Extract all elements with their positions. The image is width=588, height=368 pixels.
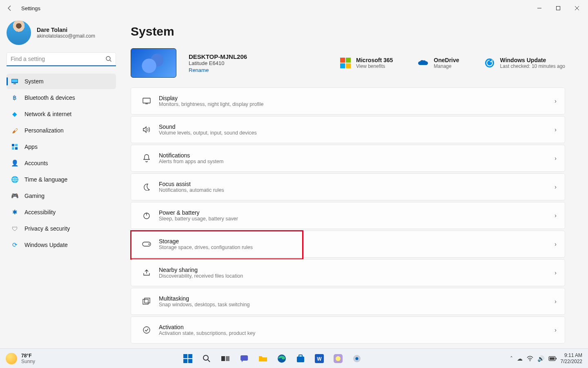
search-input[interactable]	[7, 52, 116, 66]
svg-rect-19	[226, 356, 229, 361]
card-sub: Activation state, subscriptions, product…	[159, 330, 555, 336]
svg-rect-5	[12, 144, 14, 146]
taskbar-start[interactable]	[180, 350, 196, 367]
rename-link[interactable]: Rename	[189, 67, 209, 73]
card-title: Notifications	[159, 152, 555, 159]
taskbar-store[interactable]	[292, 350, 309, 367]
svg-text:W: W	[317, 356, 322, 362]
svg-point-1	[106, 56, 110, 61]
svg-point-27	[336, 356, 341, 361]
battery-tray-icon[interactable]	[548, 356, 557, 361]
card-title: Nearby sharing	[159, 267, 555, 273]
svg-rect-23	[299, 355, 302, 357]
card-display[interactable]: DisplayMonitors, brightness, night light…	[131, 88, 565, 114]
card-title: Sound	[159, 123, 555, 130]
taskbar-search[interactable]	[198, 350, 215, 367]
user-profile[interactable]: Dare Tolani akinolatolasco@gmail.com	[7, 20, 116, 45]
card-title: Display	[159, 95, 555, 101]
wifi-tray-icon[interactable]	[527, 356, 533, 361]
minimize-icon	[537, 6, 542, 11]
service-microsoft-365[interactable]: Microsoft 365View benefits	[340, 57, 393, 69]
search-box[interactable]	[7, 52, 116, 66]
clock-date: 7/22/2022	[561, 359, 582, 365]
power-icon	[139, 212, 154, 219]
sidebar-item-privacy[interactable]: 🛡Privacy & security	[7, 221, 116, 236]
desktop-wallpaper-thumb	[131, 48, 176, 78]
taskbar-weather[interactable]: 78°F Sunny	[0, 353, 35, 364]
update-icon: ⟳	[11, 241, 19, 249]
storage-icon	[139, 242, 154, 247]
card-sub: Monitors, brightness, night light, displ…	[159, 101, 555, 107]
service-sub: Manage	[434, 63, 459, 69]
sidebar-item-system[interactable]: System	[7, 74, 116, 89]
svg-rect-0	[557, 7, 560, 10]
card-storage[interactable]: StorageStorage space, drives, configurat…	[131, 231, 565, 258]
card-title: Multitasking	[159, 295, 555, 302]
service-onedrive[interactable]: OneDriveManage	[417, 57, 459, 69]
service-title: OneDrive	[434, 57, 459, 63]
taskbar-task-view[interactable]	[217, 350, 234, 367]
card-activation[interactable]: ActivationActivation state, subscription…	[131, 316, 565, 343]
volume-tray-icon[interactable]: 🔊	[537, 355, 544, 362]
sidebar-item-accounts[interactable]: 👤Accounts	[7, 155, 116, 171]
multitask-icon	[139, 298, 154, 305]
chevron-right-icon: ›	[555, 155, 557, 162]
sidebar-item-gaming[interactable]: 🎮Gaming	[7, 188, 116, 204]
back-button[interactable]	[2, 5, 18, 11]
sidebar-item-bluetooth[interactable]: ฿Bluetooth & devices	[7, 90, 116, 105]
search-icon	[105, 56, 112, 62]
folder-icon	[258, 355, 267, 362]
taskbar-clock[interactable]: 9:11 AM 7/22/2022	[561, 352, 582, 365]
onedrive-tray-icon[interactable]: ☁	[517, 355, 523, 362]
system-tray[interactable]: ˄ ☁ 🔊	[510, 355, 557, 362]
gamepad-icon: 🎮	[11, 192, 19, 200]
maximize-button[interactable]	[549, 2, 568, 15]
svg-rect-3	[12, 79, 18, 82]
brush-icon: 🖌	[11, 127, 19, 134]
card-focus-assist[interactable]: Focus assistNotifications, automatic rul…	[131, 173, 565, 200]
card-nearby-sharing[interactable]: Nearby sharingDiscoverability, received …	[131, 259, 565, 286]
apps-icon	[11, 144, 19, 150]
taskbar-file-explorer[interactable]	[255, 350, 271, 367]
gear-icon	[352, 354, 361, 363]
taskbar-app1[interactable]	[330, 350, 346, 367]
taskbar-word[interactable]: W	[311, 350, 327, 367]
taskbar-chat[interactable]	[236, 350, 252, 367]
clock-time: 9:11 AM	[561, 352, 582, 359]
store-icon	[296, 355, 305, 363]
card-multitasking[interactable]: MultitaskingSnap windows, desktops, task…	[131, 288, 565, 315]
svg-rect-32	[556, 358, 557, 359]
card-notifications[interactable]: NotificationsAlerts from apps and system…	[131, 145, 565, 172]
service-sub: View benefits	[356, 63, 393, 69]
weather-temp: 78°F	[21, 353, 35, 359]
chevron-up-icon[interactable]: ˄	[510, 355, 513, 362]
close-button[interactable]	[568, 2, 586, 15]
service-windows-update[interactable]: Windows UpdateLast checked: 10 minutes a…	[484, 57, 565, 69]
svg-rect-20	[241, 355, 248, 361]
sidebar-item-apps[interactable]: Apps	[7, 139, 116, 155]
taskbar-edge[interactable]	[274, 350, 290, 367]
svg-rect-7	[12, 147, 14, 150]
card-sub: Sleep, battery usage, battery saver	[159, 216, 555, 222]
nav-label: Privacy & security	[24, 225, 70, 232]
card-title: Activation	[159, 324, 555, 330]
card-sound[interactable]: SoundVolume levels, output, input, sound…	[131, 116, 565, 143]
moon-icon	[139, 183, 154, 191]
bluetooth-icon: ฿	[11, 94, 19, 101]
device-model: Latitude E6410	[189, 60, 247, 66]
sidebar-item-time-language[interactable]: 🌐Time & language	[7, 172, 116, 187]
sidebar-item-network[interactable]: ◆Network & internet	[7, 106, 116, 122]
taskbar-settings[interactable]	[349, 350, 365, 367]
nav-label: Time & language	[24, 176, 67, 183]
minimize-button[interactable]	[530, 2, 549, 15]
device-name: DESKTOP-MJNL206	[189, 53, 247, 60]
sidebar-item-personalization[interactable]: 🖌Personalization	[7, 123, 116, 138]
globe-clock-icon: 🌐	[11, 176, 19, 183]
sun-icon	[6, 353, 17, 364]
nav-label: Windows Update	[24, 242, 68, 248]
sidebar-item-accessibility[interactable]: ✱Accessibility	[7, 204, 116, 220]
monitor-icon	[11, 79, 19, 84]
service-sub: Last checked: 10 minutes ago	[500, 63, 565, 69]
card-power-battery[interactable]: Power & batterySleep, battery usage, bat…	[131, 202, 565, 229]
sidebar-item-windows-update[interactable]: ⟳Windows Update	[7, 237, 116, 253]
